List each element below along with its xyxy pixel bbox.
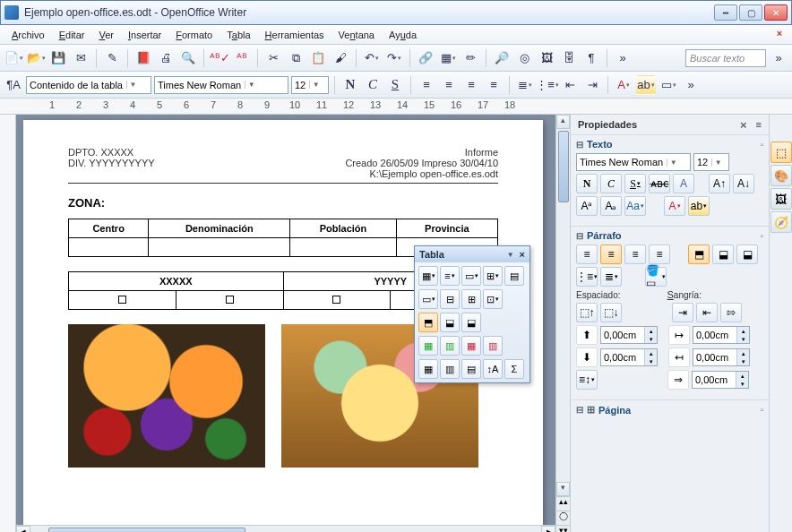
sb-size-combo[interactable]: 12▼	[693, 153, 729, 171]
tb-borders[interactable]: ⊞	[483, 266, 503, 286]
tabla-panel-close[interactable]: ×	[520, 249, 525, 260]
font-color-button[interactable]: A	[614, 75, 633, 95]
align-right-button[interactable]: ≡	[461, 75, 481, 95]
sidebar-tab-navigator[interactable]: 🧭	[770, 211, 792, 233]
hscroll-thumb[interactable]	[48, 528, 245, 532]
vscroll-down[interactable]: ▾	[556, 482, 570, 496]
menu-tabla[interactable]: Tabla	[220, 28, 256, 42]
indent-right-input[interactable]: ▴▾	[693, 348, 750, 366]
menu-archivo[interactable]: Archivo	[5, 28, 51, 42]
text-section-more[interactable]: ▫	[760, 140, 763, 150]
indent-first-input[interactable]: ▴▾	[692, 371, 749, 389]
tb-valign-top[interactable]: ⬒	[418, 313, 438, 332]
hyperlink-button[interactable]: 🔗	[416, 48, 435, 68]
cut-button[interactable]: ✂	[263, 48, 283, 68]
sidebar-close-icon[interactable]: ×	[740, 118, 747, 132]
sb-subscript-button[interactable]: Aₐ	[600, 196, 622, 216]
sb-bold-button[interactable]: N	[576, 174, 598, 193]
sb-linespacing-button[interactable]: ≡↕	[576, 370, 598, 390]
page-section-more[interactable]: ▫	[760, 405, 763, 415]
tb-split[interactable]: ⊞	[461, 289, 481, 309]
sb-highlight-button[interactable]: ab	[688, 196, 710, 216]
indent-button[interactable]: ⇥	[582, 75, 602, 95]
font-name-combo[interactable]: Times New Roman▼	[154, 76, 288, 94]
print-button[interactable]: 🖨	[156, 48, 176, 68]
sidebar-tab-styles[interactable]: 🎨	[770, 165, 792, 186]
menu-ver[interactable]: Ver	[92, 28, 120, 42]
tb-select-col[interactable]: ▥	[440, 359, 460, 379]
sb-bgcolor-button[interactable]: 🪣▭	[645, 267, 667, 287]
gallery-button[interactable]: 🖼	[537, 48, 556, 68]
tb-merge[interactable]: ⊟	[440, 289, 460, 309]
tb-valign-bottom[interactable]: ⬓	[461, 313, 481, 332]
sb-bullets-button[interactable]: ⋮≡	[576, 267, 598, 287]
toolbar-more[interactable]: »	[613, 48, 633, 68]
menu-herramientas[interactable]: Herramientas	[259, 28, 331, 42]
close-button[interactable]: ✕	[764, 4, 788, 21]
horizontal-ruler[interactable]: 123456789101112131415161718	[0, 99, 792, 115]
tb-insert-col[interactable]: ▥	[440, 336, 460, 356]
sb-align-center[interactable]: ≡	[600, 245, 622, 264]
styles-button[interactable]: ¶A	[4, 75, 23, 95]
tb-insert-row[interactable]: ▦	[418, 336, 438, 356]
new-button[interactable]: 📄	[4, 48, 23, 68]
find-button[interactable]: 🔎	[492, 48, 512, 68]
bullet-list-button[interactable]: ⋮≡	[538, 75, 557, 95]
hscroll-right[interactable]: ▸	[541, 526, 555, 532]
minimize-button[interactable]: ━	[714, 4, 737, 21]
menu-insertar[interactable]: Insertar	[122, 28, 168, 42]
paste-button[interactable]: 📋	[308, 48, 328, 68]
sb-underline-button[interactable]: S	[624, 174, 646, 193]
justify-button[interactable]: ≡	[484, 75, 504, 95]
italic-button[interactable]: C	[363, 75, 383, 95]
para-section-more[interactable]: ▫	[760, 231, 763, 241]
sidebar-tab-properties[interactable]: ⬚	[770, 142, 792, 163]
menu-formato[interactable]: Formato	[169, 28, 219, 42]
sidebar-tab-gallery[interactable]: 🖼	[770, 188, 792, 210]
navigator-button[interactable]: ◎	[514, 48, 534, 68]
bold-button[interactable]: N	[340, 75, 360, 95]
tb-line-style[interactable]: ≡	[440, 266, 460, 286]
sb-case-button[interactable]: Aa	[624, 196, 646, 216]
nav-object[interactable]: ◯	[556, 511, 570, 525]
maximize-button[interactable]: ▢	[739, 4, 762, 21]
edit-button[interactable]: ✎	[102, 48, 122, 68]
bgcolor-button[interactable]: ▭	[659, 75, 678, 95]
sb-italic-button[interactable]: C	[600, 174, 622, 193]
sb-font-combo[interactable]: Times New Roman▼	[576, 153, 691, 171]
sb-valign-bot[interactable]: ⬓	[736, 245, 758, 264]
tb-select-table[interactable]: ▦	[418, 359, 438, 379]
sb-valign-mid[interactable]: ⬓	[712, 245, 734, 264]
sb-numbering-button[interactable]: ≣	[600, 267, 622, 287]
sb-spacing-inc[interactable]: ⬚↑	[576, 303, 598, 322]
sb-indent-dec[interactable]: ⇤	[696, 303, 718, 322]
sb-align-left[interactable]: ≡	[576, 245, 598, 264]
vertical-ruler[interactable]	[0, 115, 16, 532]
tabla-panel-title[interactable]: Tabla ▼ ×	[415, 246, 529, 262]
sb-superscript-button[interactable]: Aᵃ	[576, 196, 598, 216]
menu-ayuda[interactable]: Ayuda	[383, 28, 423, 42]
tb-valign-center[interactable]: ⬓	[440, 313, 460, 332]
space-above-input[interactable]: ▴▾	[600, 326, 658, 344]
tb-autoformat[interactable]: ▤	[504, 266, 524, 286]
underline-button[interactable]: S	[385, 75, 405, 95]
menu-editar[interactable]: Editar	[53, 28, 91, 42]
sb-spacing-dec[interactable]: ⬚↓	[600, 303, 622, 322]
tb-optimize[interactable]: ⊡	[483, 289, 503, 309]
open-button[interactable]: 📂	[26, 48, 46, 68]
spellcheck-button[interactable]: ᴬᴮ✓	[210, 48, 229, 68]
sb-valign-top[interactable]: ⬒	[688, 245, 710, 264]
horizontal-scrollbar[interactable]: ◂ ▸	[16, 525, 555, 532]
redo-button[interactable]: ↷	[384, 48, 404, 68]
paragraph-style-combo[interactable]: Contenido de la tabla▼	[26, 76, 151, 94]
image-fruits[interactable]	[68, 324, 265, 468]
draw-button[interactable]: ✏	[461, 48, 480, 68]
tabla-panel-menu[interactable]: ▼	[507, 251, 514, 259]
tb-sort[interactable]: ↕A	[483, 359, 503, 379]
tb-line-color[interactable]: ▭	[461, 266, 481, 286]
sidebar-menu-icon[interactable]: ≡	[756, 119, 762, 130]
format-paint-button[interactable]: 🖌	[331, 48, 350, 68]
nav-next-page[interactable]: ▾▾	[556, 525, 570, 532]
nav-prev-page[interactable]: ▴▴	[556, 496, 570, 511]
undo-button[interactable]: ↶	[362, 48, 382, 68]
